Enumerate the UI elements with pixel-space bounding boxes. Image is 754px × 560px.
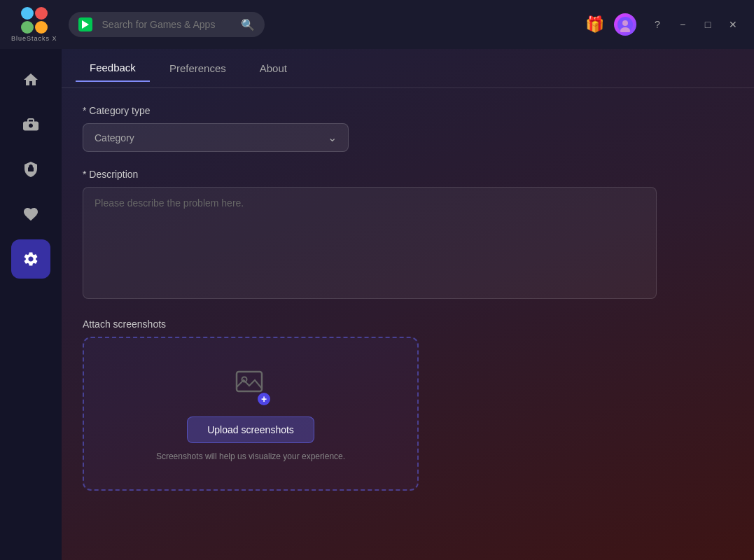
window-controls: ? − □ ✕ — [648, 15, 743, 34]
sidebar-item-settings[interactable] — [11, 239, 50, 279]
svg-marker-0 — [82, 20, 89, 29]
feedback-form: * Category type Category ⌄ * Description… — [62, 88, 664, 524]
help-button[interactable]: ? — [648, 15, 667, 34]
tab-about[interactable]: About — [246, 55, 301, 81]
sidebar-item-security[interactable] — [11, 150, 50, 189]
chevron-down-icon: ⌄ — [328, 131, 337, 144]
sidebar-item-home[interactable] — [11, 60, 50, 99]
logo-circle-blue — [21, 7, 34, 20]
logo-circle-orange — [35, 21, 48, 34]
maximize-button[interactable]: □ — [698, 15, 718, 34]
avatar-icon[interactable] — [614, 13, 636, 36]
titlebar: BlueStacks X 🔍 🎁 ? − □ ✕ — [0, 0, 754, 49]
description-textarea[interactable] — [83, 187, 657, 299]
logo-circles — [21, 7, 48, 20]
logo-text: BlueStacks X — [11, 35, 57, 42]
upload-plus-icon: + — [258, 393, 270, 405]
svg-point-2 — [622, 20, 628, 26]
category-dropdown[interactable]: Category ⌄ — [83, 123, 349, 152]
upload-icon-area: + — [234, 366, 267, 402]
tab-feedback[interactable]: Feedback — [76, 55, 150, 82]
content-area: Feedback Preferences About * Category ty… — [62, 49, 754, 560]
upload-screenshots-button[interactable]: Upload screenshots — [187, 416, 314, 443]
category-selected-value: Category — [95, 132, 134, 144]
search-bar[interactable]: 🔍 — [69, 12, 265, 37]
logo-circles-2 — [21, 21, 48, 34]
screenshots-section: Attach screenshots + Upload screenshots … — [83, 318, 643, 491]
logo-circle-green — [21, 21, 34, 34]
tab-preferences[interactable]: Preferences — [155, 55, 240, 81]
sidebar — [0, 49, 62, 560]
logo-area: BlueStacks X — [11, 7, 57, 42]
gift-icon[interactable]: 🎁 — [583, 13, 606, 36]
screenshots-label: Attach screenshots — [83, 318, 643, 330]
titlebar-icons: 🎁 — [583, 13, 636, 36]
sidebar-item-favorites[interactable] — [11, 195, 50, 234]
logo-circle-red — [35, 7, 48, 20]
screenshot-upload-area[interactable]: + Upload screenshots Screenshots will he… — [83, 337, 419, 491]
minimize-button[interactable]: − — [673, 15, 692, 34]
svg-rect-4 — [237, 372, 262, 391]
close-button[interactable]: ✕ — [723, 15, 743, 34]
search-input[interactable] — [102, 19, 241, 30]
sidebar-item-games[interactable] — [11, 105, 50, 144]
play-icon — [78, 18, 92, 31]
category-section: * Category type Category ⌄ — [83, 105, 643, 152]
tab-navigation: Feedback Preferences About — [62, 49, 754, 88]
description-label: * Description — [83, 169, 643, 180]
search-icon: 🔍 — [241, 18, 255, 31]
description-section: * Description — [83, 169, 643, 302]
upload-hint: Screenshots will help us visualize your … — [156, 451, 345, 461]
main-layout: Feedback Preferences About * Category ty… — [0, 49, 754, 560]
category-label: * Category type — [83, 105, 643, 116]
